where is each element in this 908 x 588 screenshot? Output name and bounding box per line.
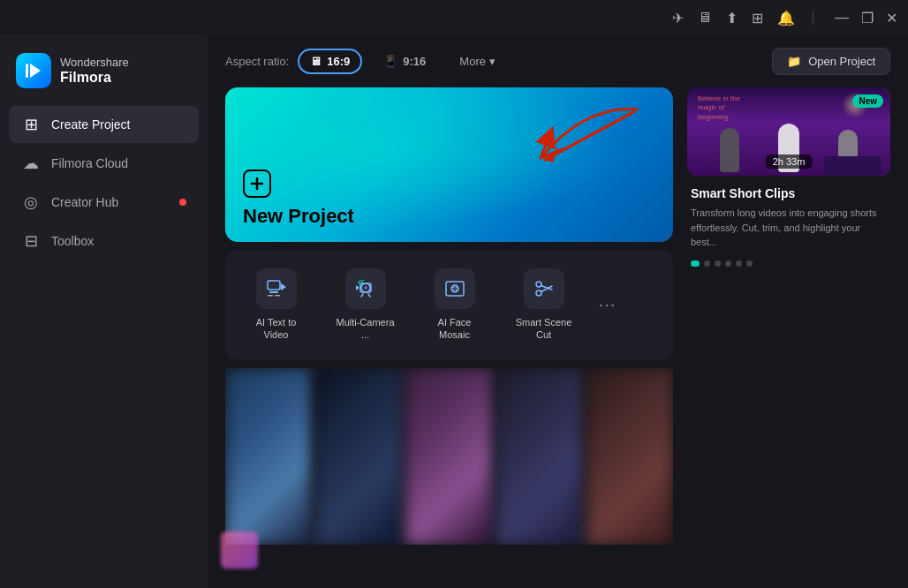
duration-badge: 2h 33m — [766, 155, 813, 169]
recent-projects-strip — [225, 368, 673, 545]
tool-multi-camera[interactable]: Multi-Camera ... — [323, 261, 407, 349]
create-project-icon: ⊞ — [21, 115, 41, 134]
bottom-accent-box — [221, 531, 258, 569]
dot-1[interactable] — [691, 260, 700, 267]
aspect-9-16-button[interactable]: 📱 9:16 — [371, 49, 438, 74]
upload-icon[interactable]: ⬆ — [726, 10, 738, 26]
new-project-plus-icon — [243, 170, 271, 198]
chevron-down-icon: ▾ — [489, 55, 496, 68]
dot-3[interactable] — [715, 260, 721, 267]
sidebar-item-create-project[interactable]: ⊞ Create Project — [9, 106, 199, 143]
logo-area: Wondershare Filmora — [0, 44, 208, 106]
window-controls: — ❐ ✕ — [835, 10, 897, 26]
titlebar-icons: ✈ 🖥 ⬆ ⊞ 🔔 — [672, 10, 817, 26]
svg-rect-1 — [26, 64, 28, 78]
aspect-ratio-label: Aspect ratio: — [225, 55, 289, 68]
aspect-ratio-controls: Aspect ratio: 🖥 16:9 📱 9:16 More ▾ — [225, 49, 508, 74]
tool-ai-text-to-video[interactable]: AI Text to Video — [234, 261, 318, 349]
sidebar: Wondershare Filmora ⊞ Create Project ☁ F… — [0, 35, 208, 588]
separator — [813, 11, 813, 25]
recent-project-3[interactable] — [405, 368, 492, 545]
sidebar-item-toolbox[interactable]: ⊟ Toolbox — [9, 222, 199, 260]
folder-icon: 📁 — [787, 55, 801, 68]
dot-6[interactable] — [746, 260, 753, 267]
svg-line-16 — [362, 280, 364, 281]
brand-name: Wondershare — [60, 56, 129, 70]
recent-project-5[interactable] — [586, 368, 673, 545]
bell-icon[interactable]: 🔔 — [777, 10, 795, 26]
creator-hub-icon: ◎ — [21, 192, 41, 212]
sidebar-item-creator-hub[interactable]: ◎ Creator Hub — [9, 184, 199, 221]
svg-rect-10 — [275, 295, 280, 297]
svg-rect-19 — [452, 286, 455, 289]
dot-4[interactable] — [725, 260, 731, 267]
recent-project-1[interactable] — [225, 368, 312, 545]
phone-icon: 📱 — [383, 55, 397, 68]
featured-info: Smart Short Clips Transform long videos … — [687, 176, 890, 272]
tool-ai-face-mosaic[interactable]: AI Face Mosaic — [412, 261, 496, 349]
grid-icon[interactable]: ⊞ — [752, 10, 763, 26]
dot-5[interactable] — [736, 260, 742, 267]
featured-title: Smart Short Clips — [691, 186, 887, 200]
svg-rect-17 — [446, 282, 464, 296]
send-icon[interactable]: ✈ — [672, 10, 684, 26]
multi-camera-icon — [345, 268, 386, 309]
featured-card[interactable]: Believe in the magic of beginning — [687, 87, 890, 176]
ai-text-to-video-label: AI Text to Video — [243, 316, 309, 342]
content-area: New Project — [208, 87, 908, 588]
new-badge: New — [852, 94, 883, 108]
svg-rect-22 — [455, 290, 458, 292]
new-project-content: New Project — [243, 170, 354, 228]
product-name: Filmora — [60, 70, 129, 86]
more-tools-button[interactable]: ⋯ — [591, 287, 623, 322]
right-panel: Believe in the magic of beginning — [687, 87, 890, 574]
tools-row: AI Text to Video — [225, 251, 673, 359]
sidebar-navigation: ⊞ Create Project ☁ Filmora Cloud ◎ Creat… — [0, 106, 208, 260]
carousel-dots — [691, 260, 887, 267]
maximize-button[interactable]: ❐ — [861, 10, 874, 26]
svg-rect-9 — [268, 295, 273, 297]
new-project-label: New Project — [243, 205, 354, 228]
top-bar: Aspect ratio: 🖥 16:9 📱 9:16 More ▾ 📁 Ope… — [208, 35, 908, 87]
svg-point-12 — [364, 286, 367, 290]
creator-hub-label: Creator Hub — [51, 195, 118, 209]
open-project-button[interactable]: 📁 Open Project — [772, 48, 890, 75]
multi-camera-label: Multi-Camera ... — [332, 316, 398, 342]
toolbox-label: Toolbox — [51, 234, 94, 248]
svg-marker-14 — [356, 285, 359, 290]
app-logo — [16, 53, 51, 88]
ai-face-mosaic-icon — [435, 268, 475, 309]
svg-rect-21 — [452, 290, 455, 292]
ai-text-to-video-icon — [256, 268, 297, 309]
svg-rect-20 — [455, 286, 458, 289]
more-aspects-button[interactable]: More ▾ — [447, 50, 508, 72]
sidebar-item-filmora-cloud[interactable]: ☁ Filmora Cloud — [9, 145, 199, 182]
svg-rect-7 — [269, 291, 278, 293]
aspect-16-9-button[interactable]: 🖥 16:9 — [298, 49, 362, 74]
logo-text: Wondershare Filmora — [60, 56, 129, 86]
filmora-cloud-label: Filmora Cloud — [51, 156, 128, 170]
svg-rect-6 — [268, 281, 280, 290]
arrow-overlay — [496, 96, 655, 197]
new-project-card[interactable]: New Project — [225, 87, 673, 242]
dot-2[interactable] — [704, 260, 710, 267]
ai-face-mosaic-label: AI Face Mosaic — [421, 316, 488, 342]
monitor-icon[interactable]: 🖥 — [698, 10, 712, 26]
svg-marker-0 — [30, 64, 41, 78]
minimize-button[interactable]: — — [835, 10, 849, 26]
svg-marker-8 — [281, 283, 286, 290]
close-button[interactable]: ✕ — [886, 10, 897, 26]
monitor-icon-small: 🖥 — [310, 55, 322, 68]
filmora-cloud-icon: ☁ — [21, 154, 41, 173]
titlebar: ✈ 🖥 ⬆ ⊞ 🔔 — ❐ ✕ — [0, 0, 908, 35]
main-content: Aspect ratio: 🖥 16:9 📱 9:16 More ▾ 📁 Ope… — [208, 35, 908, 588]
recent-project-2[interactable] — [315, 368, 402, 545]
recent-project-4[interactable] — [496, 368, 583, 545]
create-project-label: Create Project — [51, 117, 130, 132]
tool-smart-scene-cut[interactable]: Smart Scene Cut — [502, 261, 586, 349]
toolbox-icon: ⊟ — [21, 231, 41, 251]
smart-scene-cut-label: Smart Scene Cut — [511, 316, 577, 342]
left-panel: New Project — [225, 87, 673, 574]
featured-description: Transform long videos into engaging shor… — [691, 206, 887, 250]
creator-hub-notification-dot — [179, 199, 186, 206]
